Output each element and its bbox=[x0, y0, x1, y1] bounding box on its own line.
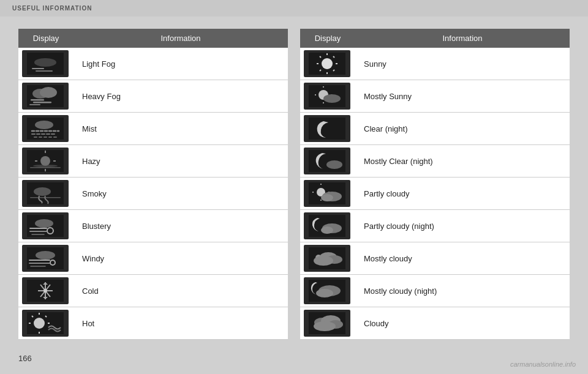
svg-point-89 bbox=[314, 256, 333, 266]
windy-icon bbox=[22, 245, 69, 272]
svg-point-27 bbox=[35, 219, 53, 228]
header-title: USEFUL INFORMATION bbox=[12, 5, 92, 12]
info-cell: Cold bbox=[74, 275, 288, 307]
svg-point-33 bbox=[36, 251, 55, 260]
table-row: Heavy Fog bbox=[18, 80, 288, 113]
table-row: Mostly cloudy (night) bbox=[300, 275, 570, 307]
icon-cell bbox=[18, 48, 74, 80]
icon-cell bbox=[300, 145, 355, 178]
hot-icon bbox=[22, 310, 69, 337]
info-cell: Cloudy bbox=[355, 307, 570, 340]
table-row: Windy bbox=[18, 242, 288, 275]
info-cell: Clear (night) bbox=[355, 113, 570, 145]
svg-line-52 bbox=[32, 316, 33, 317]
svg-line-63 bbox=[333, 70, 334, 71]
table-row: Cloudy bbox=[300, 307, 570, 340]
light-fog-icon bbox=[22, 50, 69, 77]
page-content: Display Information Light Fog Heavy Fog … bbox=[0, 17, 588, 364]
svg-line-60 bbox=[320, 56, 321, 58]
table-row: Smoky bbox=[18, 178, 288, 210]
info-cell: Windy bbox=[74, 242, 288, 275]
right-table-wrapper: Display Information Sunny Mostly bbox=[300, 29, 570, 340]
icon-cell bbox=[18, 242, 74, 275]
svg-rect-3 bbox=[36, 70, 53, 72]
mostly-sunny-icon bbox=[304, 83, 350, 110]
clear-night-icon bbox=[304, 115, 350, 142]
right-table: Display Information Sunny Mostly bbox=[300, 29, 570, 340]
page-number: 166 bbox=[18, 354, 32, 363]
svg-point-73 bbox=[326, 160, 342, 169]
icon-cell bbox=[18, 80, 74, 113]
info-cell: Smoky bbox=[74, 178, 288, 210]
svg-rect-9 bbox=[29, 104, 40, 105]
icon-cell bbox=[300, 307, 355, 340]
table-row: Partly cloudy (night) bbox=[300, 210, 570, 242]
table-row: Hazy bbox=[18, 145, 288, 178]
svg-line-62 bbox=[320, 70, 321, 71]
svg-rect-22 bbox=[30, 167, 61, 168]
info-cell: Partly cloudy (night) bbox=[355, 210, 570, 242]
table-row: Clear (night) bbox=[300, 113, 570, 145]
info-cell: Mist bbox=[74, 113, 288, 145]
icon-cell bbox=[300, 113, 355, 145]
watermark: carmanualsonline.info bbox=[510, 361, 576, 368]
info-cell: Mostly Clear (night) bbox=[355, 145, 570, 178]
info-cell: Mostly cloudy bbox=[355, 242, 570, 275]
table-row: Light Fog bbox=[18, 48, 288, 80]
smoky-icon bbox=[22, 180, 69, 207]
right-col1-header: Display bbox=[300, 29, 355, 48]
sunny-icon bbox=[304, 50, 350, 77]
page-header: USEFUL INFORMATION bbox=[0, 0, 588, 17]
left-table: Display Information Light Fog Heavy Fog … bbox=[18, 29, 288, 340]
svg-rect-2 bbox=[32, 68, 44, 69]
heavy-fog-icon bbox=[22, 83, 69, 110]
icon-cell bbox=[18, 210, 74, 242]
svg-point-84 bbox=[321, 226, 333, 234]
info-cell: Hot bbox=[74, 307, 288, 340]
icon-cell bbox=[300, 210, 355, 242]
icon-cell bbox=[18, 145, 74, 178]
mostly-cloudy-night-icon bbox=[304, 277, 350, 304]
table-row: Sunny bbox=[300, 48, 570, 80]
blustery-icon bbox=[22, 212, 69, 239]
svg-rect-72 bbox=[309, 150, 345, 172]
partly-cloudy-night-icon bbox=[304, 212, 350, 239]
icon-cell bbox=[300, 80, 355, 113]
left-col2-header: Information bbox=[74, 29, 288, 48]
info-cell: Blustery bbox=[74, 210, 288, 242]
info-cell: Light Fog bbox=[74, 48, 288, 80]
svg-rect-25 bbox=[30, 197, 61, 198]
icon-cell bbox=[18, 275, 74, 307]
info-cell: Sunny bbox=[355, 48, 570, 80]
svg-rect-7 bbox=[31, 99, 44, 101]
svg-line-61 bbox=[333, 56, 334, 58]
info-cell: Mostly cloudy (night) bbox=[355, 275, 570, 307]
table-row: Mist bbox=[18, 113, 288, 145]
table-row: Mostly Sunny bbox=[300, 80, 570, 113]
svg-point-24 bbox=[34, 187, 51, 196]
svg-point-55 bbox=[322, 58, 333, 69]
table-row: Hot bbox=[18, 307, 288, 340]
icon-cell bbox=[300, 275, 355, 307]
svg-point-11 bbox=[35, 121, 53, 129]
icon-cell bbox=[18, 178, 74, 210]
svg-line-53 bbox=[45, 316, 47, 317]
icon-cell bbox=[300, 178, 355, 210]
icon-cell bbox=[18, 307, 74, 340]
info-cell: Partly cloudy bbox=[355, 178, 570, 210]
mostly-clear-night-icon bbox=[304, 148, 350, 174]
mostly-cloudy-icon bbox=[304, 245, 350, 272]
cloudy-icon bbox=[304, 310, 350, 337]
svg-rect-71 bbox=[309, 118, 345, 140]
table-row: Cold bbox=[18, 275, 288, 307]
svg-rect-8 bbox=[33, 102, 51, 103]
info-cell: Heavy Fog bbox=[74, 80, 288, 113]
table-row: Partly cloudy bbox=[300, 178, 570, 210]
svg-point-21 bbox=[33, 165, 58, 167]
icon-cell bbox=[18, 113, 74, 145]
right-col2-header: Information bbox=[355, 29, 570, 48]
hazy-icon bbox=[22, 148, 69, 174]
svg-point-70 bbox=[323, 94, 341, 103]
mist-icon bbox=[22, 115, 69, 142]
icon-cell bbox=[300, 48, 355, 80]
